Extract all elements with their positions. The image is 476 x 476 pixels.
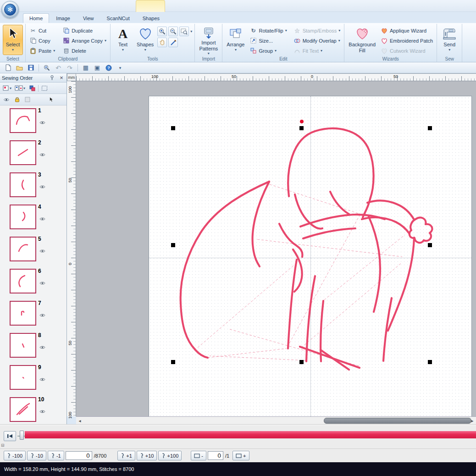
selection-handle-w[interactable] <box>171 243 175 247</box>
order-view-button[interactable]: ▾ <box>14 83 26 93</box>
text-tool-button[interactable]: A Text ▾ <box>113 25 133 55</box>
scroll-right-button[interactable]: ▸ <box>469 417 476 424</box>
modify-overlap-button[interactable]: Modify Overlap ▾ <box>292 36 342 45</box>
stitch-thumbnail[interactable] <box>10 172 36 197</box>
design-page[interactable] <box>149 96 471 416</box>
stitch-thumbnail[interactable] <box>10 205 36 229</box>
stitch-path[interactable] <box>288 260 297 349</box>
sewing-order-item[interactable]: 9 <box>0 365 66 397</box>
cut-button[interactable]: ✂ Cut <box>28 26 56 35</box>
pan-hand-button[interactable] <box>157 38 167 47</box>
collapse-simulator-icon[interactable]: ⊟ <box>1 443 5 448</box>
rotate-flip-button[interactable]: ↻ Rotate/Flip ▾ <box>248 26 288 35</box>
stitch-path[interactable] <box>369 216 380 312</box>
open-button[interactable] <box>15 63 24 72</box>
stitch-thumbnail[interactable] <box>10 301 36 326</box>
save-button[interactable] <box>26 63 35 72</box>
stitch-thumbnail[interactable] <box>10 108 36 133</box>
stamp-emboss-button[interactable]: Stamp/Emboss ▾ <box>292 26 342 35</box>
copy-button[interactable]: Copy <box>28 36 56 45</box>
stitch-counter-input[interactable] <box>66 451 92 460</box>
visibility-eye-icon[interactable] <box>39 345 45 349</box>
sewing-order-item[interactable]: 8 <box>0 333 66 365</box>
stitch-path[interactable] <box>279 224 302 257</box>
sewing-order-item[interactable]: 10 <box>0 397 66 424</box>
visibility-eye-icon[interactable] <box>39 249 45 253</box>
stitch-path[interactable] <box>321 350 349 370</box>
stitch-fwd-10-button[interactable]: +10 <box>137 451 157 460</box>
horizontal-scrollbar[interactable]: ◂ ▸ <box>76 416 476 424</box>
design-settings-button[interactable]: ▦ <box>81 63 90 72</box>
stitch-thumbnail[interactable] <box>10 269 36 293</box>
tab-home[interactable]: Home <box>23 13 49 23</box>
shapes-tool-button[interactable]: Shapes ▾ <box>135 25 155 55</box>
selection-handle-e[interactable] <box>428 243 432 247</box>
frame-view-button[interactable] <box>40 83 49 93</box>
stitch-fwd-100-button[interactable]: +100 <box>158 451 182 460</box>
embroidered-patch-button[interactable]: Embroidered Patch <box>379 36 434 46</box>
stitch-thumbnail[interactable] <box>10 237 36 261</box>
color-sort-button[interactable] <box>28 83 37 93</box>
zoom-out-button[interactable] <box>168 27 178 36</box>
sewing-order-item[interactable]: 7 <box>0 301 66 333</box>
selection-handle-sw[interactable] <box>171 360 175 364</box>
sewing-order-item[interactable]: 6 <box>0 269 66 301</box>
arrange-copy-button[interactable]: Arrange Copy ▾ <box>61 36 108 45</box>
stitch-fwd-1-button[interactable]: +1 <box>117 451 135 460</box>
measure-button[interactable] <box>168 38 178 47</box>
visibility-eye-icon[interactable] <box>39 153 45 157</box>
go-to-start-button[interactable] <box>4 431 16 441</box>
paste-button[interactable]: Paste ▾ <box>28 46 56 55</box>
stitch-path[interactable] <box>288 128 373 199</box>
zoom-mode-button[interactable] <box>179 27 189 36</box>
visibility-eye-icon[interactable] <box>39 217 45 221</box>
select-cursor-button[interactable] <box>46 95 55 104</box>
sewing-order-item[interactable]: 5 <box>0 237 66 269</box>
help-button[interactable]: ? <box>104 63 113 72</box>
new-document-button[interactable] <box>3 63 12 72</box>
rotation-handle[interactable] <box>300 120 304 123</box>
realistic-view-button[interactable]: ▣ <box>93 63 102 72</box>
selection-handle-s[interactable] <box>299 360 304 364</box>
stitch-path[interactable] <box>362 217 410 234</box>
stitch-thumbnail[interactable] <box>10 397 36 422</box>
tab-scanncut[interactable]: ScanNCut <box>101 14 136 23</box>
stitch-thumbnail[interactable] <box>10 333 36 358</box>
pin-panel-button[interactable] <box>47 73 56 83</box>
toolbar-options-caret[interactable]: ▾ <box>116 63 125 72</box>
selection-handle-n[interactable] <box>299 126 304 130</box>
close-panel-button[interactable]: × <box>58 75 65 81</box>
tab-view[interactable]: View <box>77 14 100 23</box>
stitch-path[interactable] <box>181 182 269 358</box>
frame-counter-input[interactable] <box>208 451 223 460</box>
stitch-color-bar[interactable] <box>25 431 476 438</box>
undo-button[interactable]: ↶ <box>54 63 63 72</box>
select-button[interactable]: Select ▾ <box>3 25 23 55</box>
scroll-left-button[interactable]: ◂ <box>76 417 83 424</box>
sewing-order-item[interactable]: 2 <box>0 140 66 172</box>
size-button[interactable]: Size... <box>248 36 288 45</box>
selection-handle-se[interactable] <box>428 360 432 364</box>
send-button[interactable]: Send ▾ <box>439 25 459 55</box>
simulator-slider-handle[interactable] <box>20 431 24 440</box>
duplicate-button[interactable]: Duplicate <box>61 26 108 35</box>
zoom-in-button[interactable] <box>157 27 167 36</box>
stitch-path[interactable] <box>410 218 432 243</box>
zoom-button[interactable] <box>42 63 51 72</box>
stitch-back-10-button[interactable]: -10 <box>27 451 46 460</box>
arrange-button[interactable]: Arrange ▾ <box>225 25 246 55</box>
import-patterns-button[interactable]: Import Patterns ▾ <box>197 25 220 55</box>
fit-text-button[interactable]: Fit Text ▾ <box>292 46 342 55</box>
group-button[interactable]: Group ▾ <box>248 46 288 55</box>
sewing-order-item[interactable]: 4 <box>0 205 66 237</box>
visibility-toggle-button[interactable] <box>2 95 11 104</box>
visibility-eye-icon[interactable] <box>39 185 45 189</box>
visibility-eye-icon[interactable] <box>39 281 45 285</box>
delete-button[interactable]: Delete <box>61 46 108 55</box>
tab-shapes[interactable]: Shapes <box>137 14 166 23</box>
stitch-back-1-button[interactable]: -1 <box>48 451 64 460</box>
tab-image[interactable]: Image <box>50 14 76 23</box>
stitch-path[interactable] <box>330 192 349 214</box>
lock-button[interactable] <box>12 95 22 104</box>
region-select-button[interactable] <box>23 95 32 104</box>
